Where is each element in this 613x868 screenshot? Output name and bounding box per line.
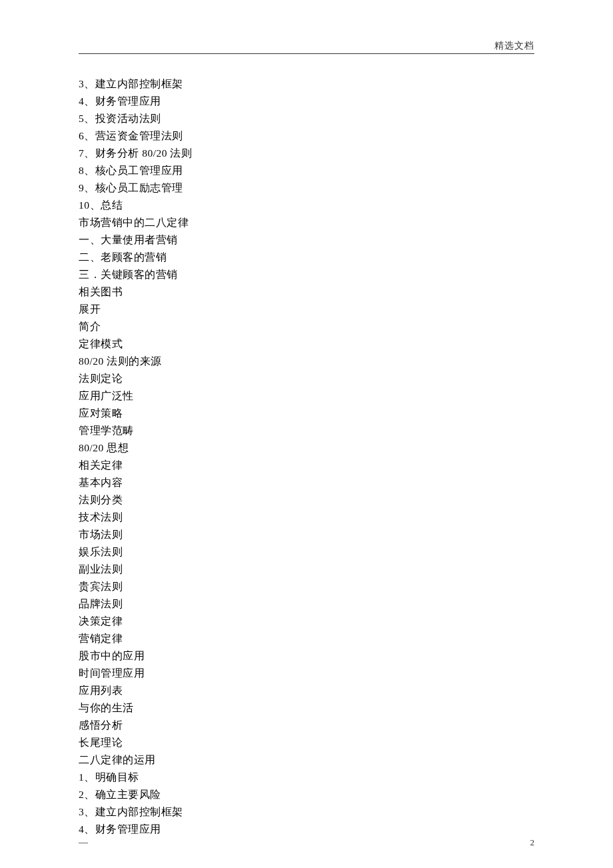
content-line: 10、总结 (79, 197, 534, 214)
content-line: 定律模式 (79, 335, 534, 353)
content-line: 基本内容 (79, 474, 534, 491)
content-line: 应对策略 (79, 405, 534, 422)
content-line: 80/20 思想 (79, 439, 534, 457)
content-line: 4、财务管理应用 (79, 93, 534, 110)
content-line: 二八定律的运用 (79, 751, 534, 769)
document-content: 3、建立内部控制框架 4、财务管理应用 5、投资活动法则 6、营运资金管理法则 … (79, 75, 534, 838)
content-line: 4、财务管理应用 (79, 821, 534, 838)
footer-dash: — (79, 837, 88, 848)
content-line: 法则分类 (79, 491, 534, 509)
content-line: 股市中的应用 (79, 647, 534, 665)
content-line: 应用列表 (79, 682, 534, 699)
content-line: 简介 (79, 318, 534, 335)
content-line: 展开 (79, 301, 534, 318)
content-line: 8、核心员工管理应用 (79, 162, 534, 179)
content-line: 9、核心员工励志管理 (79, 179, 534, 197)
header-text: 精选文档 (494, 40, 534, 52)
page-number: 2 (530, 837, 535, 848)
content-line: 法则定论 (79, 370, 534, 387)
content-line: 1、明确目标 (79, 769, 534, 786)
content-line: 市场营销中的二八定律 (79, 214, 534, 231)
content-line: 营销定律 (79, 630, 534, 647)
content-line: 娱乐法则 (79, 543, 534, 561)
content-line: 3、建立内部控制框架 (79, 803, 534, 821)
content-line: 贵宾法则 (79, 578, 534, 595)
content-line: 决策定律 (79, 613, 534, 630)
content-line: 3、建立内部控制框架 (79, 75, 534, 93)
content-line: 长尾理论 (79, 734, 534, 751)
content-line: 三．关键顾客的营销 (79, 266, 534, 283)
header-divider (79, 53, 534, 54)
content-line: 应用广泛性 (79, 387, 534, 405)
content-line: 相关定律 (79, 457, 534, 474)
content-line: 5、投资活动法则 (79, 110, 534, 127)
content-line: 二、老顾客的营销 (79, 249, 534, 266)
content-line: 管理学范畴 (79, 422, 534, 439)
content-line: 品牌法则 (79, 595, 534, 613)
content-line: 感悟分析 (79, 717, 534, 734)
content-line: 时间管理应用 (79, 665, 534, 682)
content-line: 6、营运资金管理法则 (79, 127, 534, 145)
content-line: 与你的生活 (79, 699, 534, 717)
content-line: 副业法则 (79, 561, 534, 578)
content-line: 相关图书 (79, 283, 534, 301)
content-line: 技术法则 (79, 509, 534, 526)
content-line: 一、大量使用者营销 (79, 231, 534, 249)
content-line: 80/20 法则的来源 (79, 353, 534, 370)
content-line: 7、财务分析 80/20 法则 (79, 145, 534, 162)
content-line: 市场法则 (79, 526, 534, 543)
content-line: 2、确立主要风险 (79, 786, 534, 803)
